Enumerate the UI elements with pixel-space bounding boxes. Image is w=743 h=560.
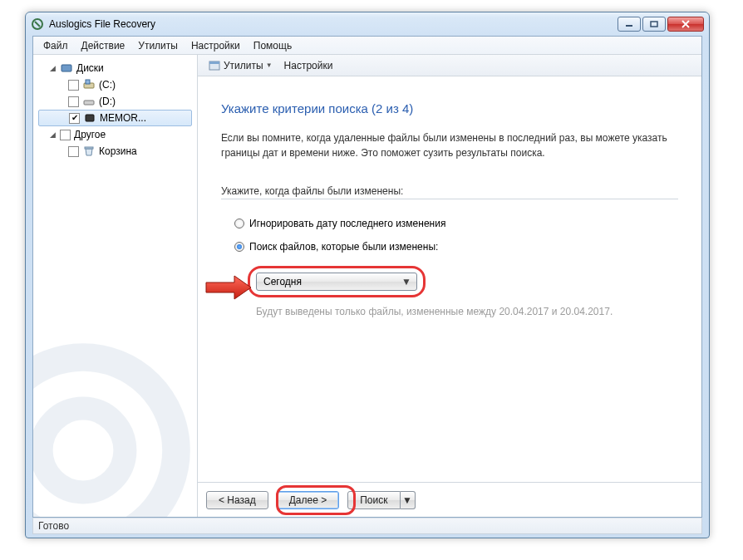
search-split-button[interactable]: Поиск ▼ [347,491,415,509]
toolbar-label: Настройки [284,60,333,71]
sidebar: ◢ Диски (C:) [33,55,198,517]
back-button[interactable]: < Назад [206,491,268,509]
page-lead: Если вы помните, когда удаленные файлы б… [221,130,678,160]
radio-label: Поиск файлов, которые были изменены: [249,241,438,253]
svg-rect-9 [86,115,94,121]
titlebar: Auslogics File Recovery [26,12,709,36]
menu-help[interactable]: Помощь [247,38,298,53]
hdd-icon [82,95,96,108]
checkbox[interactable] [68,80,79,91]
tree-node-drive-c[interactable]: (C:) [35,76,195,93]
tree-label: (D:) [99,96,116,107]
wizard-footer: < Назад Далее > Поиск ▼ [198,482,701,517]
radio-icon-checked[interactable] [234,242,244,252]
divider [221,199,678,199]
menu-settings[interactable]: Настройки [185,38,247,53]
tree-node-drive-memory[interactable]: ✔ MEMOR... [38,110,192,126]
svg-rect-1 [626,25,632,27]
chevron-down-icon: ▼ [400,276,413,287]
window-icon [208,59,221,72]
menu-actions[interactable]: Действие [75,38,132,53]
tree-label: Диски [76,62,104,74]
svg-rect-5 [62,65,71,71]
collapse-icon[interactable]: ◢ [48,64,57,72]
svg-rect-2 [651,22,657,27]
tree-label: (C:) [99,79,116,91]
radio-label: Игнорировать дату последнего изменения [249,218,445,229]
menu-file[interactable]: Файл [37,38,75,53]
app-window: Auslogics File Recovery Файл Действие Ут… [25,12,710,538]
main-toolbar: Утилиты ▼ Настройки [198,55,701,76]
tree-node-drive-d[interactable]: (D:) [35,93,195,110]
svg-point-4 [42,409,125,493]
svg-rect-8 [84,101,94,105]
statusbar: Готово [32,518,702,534]
radio-icon[interactable] [234,219,244,228]
collapse-icon[interactable]: ◢ [48,130,57,139]
disks-group-icon [60,61,73,75]
section-label: Укажите, когда файлы были изменены: [221,185,678,197]
svg-rect-7 [86,80,90,84]
device-tree: ◢ Диски (C:) [33,55,197,165]
recycle-bin-icon [82,145,96,158]
page-title: Укажите критерии поиска (2 из 4) [221,101,678,115]
tree-label: Другое [74,129,106,140]
status-text: Готово [38,520,69,532]
date-hint: Будут выведены только файлы, измененные … [256,306,678,317]
menu-utils[interactable]: Утилиты [131,38,185,53]
window-title: Auslogics File Recovery [49,18,618,30]
checkbox[interactable] [68,96,79,107]
radio-search-modified[interactable]: Поиск файлов, которые были изменены: [234,241,678,253]
toolbar-label: Утилиты [224,60,263,71]
maximize-button[interactable] [642,17,666,32]
checkbox-checked[interactable]: ✔ [69,113,80,124]
tree-label: Корзина [99,145,137,157]
tree-node-recycle[interactable]: Корзина [35,143,195,160]
search-dropdown[interactable]: ▼ [401,491,416,509]
checkbox[interactable] [60,130,71,140]
app-icon [31,17,44,31]
search-button[interactable]: Поиск [347,491,400,509]
next-button[interactable]: Далее > [277,491,340,509]
radio-ignore-date[interactable]: Игнорировать дату последнего изменения [234,218,678,229]
tree-node-disks[interactable]: ◢ Диски [35,60,195,76]
toolbar-utils[interactable]: Утилиты ▼ [203,57,278,74]
tree-node-other[interactable]: ◢ Другое [35,126,195,143]
toolbar-settings[interactable]: Настройки [279,58,338,73]
menubar: Файл Действие Утилиты Настройки Помощь [33,37,701,55]
checkbox[interactable] [68,146,79,157]
date-range-combo[interactable]: Сегодня ▼ [256,273,417,291]
memory-card-icon [83,111,96,125]
tree-label: MEMOR... [100,112,146,124]
chevron-down-icon: ▼ [266,61,273,69]
svg-rect-12 [209,61,219,64]
hdd-icon [82,78,96,91]
svg-rect-10 [85,147,93,149]
close-button[interactable] [667,17,704,32]
minimize-button[interactable] [618,17,641,32]
combo-value: Сегодня [263,276,302,287]
